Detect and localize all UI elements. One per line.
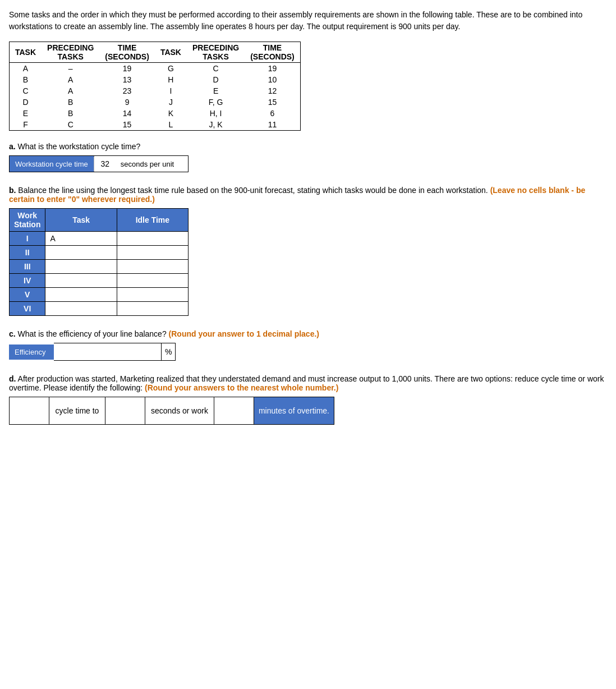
task-cell: A (10, 63, 42, 75)
part-b-section: b. Balance the line using the longest ta… (9, 186, 607, 316)
task-cell: 9 (99, 97, 155, 108)
ws-task-input[interactable] (45, 302, 117, 316)
ws-idle-input[interactable] (117, 288, 188, 302)
task-cell: H, I (187, 108, 245, 119)
part-c-section: c. What is the efficiency of your line b… (9, 329, 607, 361)
task-cell: B (42, 97, 99, 108)
part-d-input3[interactable] (220, 406, 248, 415)
ws-idle-input[interactable] (117, 232, 188, 246)
task-cell: J, K (187, 119, 245, 131)
cycle-time-unit: seconds per unit (116, 156, 178, 172)
ws-task-input-field[interactable] (50, 248, 112, 257)
ws-task-input-field[interactable] (50, 276, 112, 285)
task-cell: 15 (99, 119, 155, 131)
part-d-label: d. (9, 374, 16, 383)
task-cell: F, G (187, 97, 245, 108)
col-header-task2: TASK (155, 42, 187, 63)
task-cell: E (10, 108, 42, 119)
task-cell: 19 (99, 63, 155, 75)
ws-idle-input-field[interactable] (122, 290, 183, 299)
ws-idle-input-field[interactable] (122, 276, 183, 285)
efficiency-input-field[interactable] (58, 347, 157, 356)
task-cell: 13 (99, 74, 155, 85)
task-cell: F (10, 119, 42, 131)
ws-idle-input-field[interactable] (122, 262, 183, 271)
part-d-input1[interactable] (15, 406, 43, 415)
part-a-question-text: What is the workstation cycle time? (18, 142, 141, 151)
task-cell: B (42, 108, 99, 119)
task-cell: D (10, 97, 42, 108)
intro-paragraph: Some tasks and the order in which they m… (9, 9, 607, 33)
task-cell: A (42, 85, 99, 97)
part-b-question: b. Balance the line using the longest ta… (9, 186, 607, 204)
ws-task-input[interactable] (45, 288, 117, 302)
ws-station-name: I (10, 232, 45, 246)
ws-station-name: II (10, 246, 45, 260)
ws-task-input[interactable] (45, 274, 117, 288)
cycle-time-label: Workstation cycle time (10, 156, 94, 172)
task-cell: C (187, 63, 245, 75)
ws-task-input-field[interactable] (50, 290, 112, 299)
task-cell: 14 (99, 108, 155, 119)
part-d-cell3[interactable] (214, 397, 254, 425)
task-cell: 11 (245, 119, 300, 131)
task-cell: C (42, 119, 99, 131)
part-a-question: a. What is the workstation cycle time? (9, 142, 607, 151)
cycle-time-value[interactable]: 32 (94, 156, 116, 172)
cycle-time-box: Workstation cycle time 32 seconds per un… (9, 155, 189, 172)
part-c-label: c. (9, 329, 16, 338)
workstation-table: WorkStation Task Idle Time IIIIIIIVVVI (9, 208, 189, 316)
ws-task-input[interactable] (45, 232, 117, 246)
tasks-table: TASK PRECEDINGTASKS TIME(SECONDS) TASK P… (9, 42, 301, 131)
part-d-input-row: cycle time to seconds or work minutes of… (9, 397, 607, 425)
task-cell: J (155, 97, 187, 108)
ws-station-name: VI (10, 302, 45, 316)
ws-station-name: V (10, 288, 45, 302)
part-b-label: b. (9, 186, 16, 195)
ws-idle-input-field[interactable] (122, 234, 183, 243)
task-cell: I (155, 85, 187, 97)
task-cell: 12 (245, 85, 300, 97)
ws-header-task: Task (45, 209, 117, 232)
part-d-cycle-time-to-label: cycle time to (49, 397, 105, 425)
col-header-preceding2: PRECEDINGTASKS (187, 42, 245, 63)
efficiency-box: Efficiency % (9, 343, 607, 361)
col-header-task1: TASK (10, 42, 42, 63)
ws-station-name: III (10, 260, 45, 274)
col-header-time2: TIME(SECONDS) (245, 42, 300, 63)
ws-task-input[interactable] (45, 260, 117, 274)
ws-task-input[interactable] (45, 246, 117, 260)
ws-idle-input[interactable] (117, 246, 188, 260)
part-d-section: d. After production was started, Marketi… (9, 374, 607, 425)
part-a-section: a. What is the workstation cycle time? W… (9, 142, 607, 172)
ws-station-name: IV (10, 274, 45, 288)
task-cell: 19 (245, 63, 300, 75)
task-cell: D (187, 74, 245, 85)
task-cell: C (10, 85, 42, 97)
col-header-time1: TIME(SECONDS) (99, 42, 155, 63)
task-cell: 15 (245, 97, 300, 108)
task-cell: L (155, 119, 187, 131)
ws-idle-input-field[interactable] (122, 248, 183, 257)
part-d-input2[interactable] (111, 406, 139, 415)
task-cell: E (187, 85, 245, 97)
task-cell: H (155, 74, 187, 85)
ws-idle-input[interactable] (117, 302, 188, 316)
task-cell: B (10, 74, 42, 85)
ws-task-input-field[interactable] (50, 234, 112, 243)
part-c-question: c. What is the efficiency of your line b… (9, 329, 607, 338)
ws-task-input-field[interactable] (50, 304, 112, 313)
part-d-cell1[interactable] (9, 397, 49, 425)
task-cell: 6 (245, 108, 300, 119)
ws-idle-input[interactable] (117, 260, 188, 274)
efficiency-input[interactable] (54, 343, 162, 361)
part-d-cell2[interactable] (105, 397, 145, 425)
ws-idle-input-field[interactable] (122, 304, 183, 313)
task-cell: – (42, 63, 99, 75)
efficiency-label: Efficiency (9, 344, 54, 360)
task-cell: G (155, 63, 187, 75)
ws-task-input-field[interactable] (50, 262, 112, 271)
col-header-preceding1: PRECEDINGTASKS (42, 42, 99, 63)
ws-idle-input[interactable] (117, 274, 188, 288)
part-c-question-text: What is the efficiency of your line bala… (18, 329, 167, 338)
